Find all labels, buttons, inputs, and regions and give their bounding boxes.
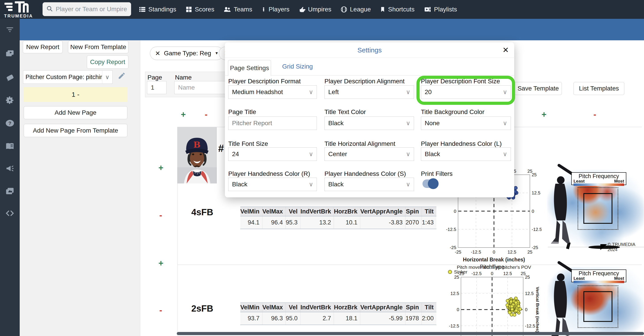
megaphone-icon[interactable] <box>0 162 20 175</box>
svg-text:12.5: 12.5 <box>503 271 512 276</box>
filter-chip-game-type[interactable]: ✕ Game Type: Reg ▼ <box>150 47 224 60</box>
svg-text:?: ? <box>8 121 11 126</box>
remove-row-button[interactable]: - <box>159 211 162 219</box>
remove-filter-icon[interactable]: ✕ <box>155 50 160 57</box>
new-from-template-button[interactable]: New From Template <box>68 41 128 53</box>
page-number-input[interactable] <box>147 81 166 94</box>
player-description-alignment-select[interactable]: Left∨ <box>324 85 414 99</box>
nav-item-playlists[interactable]: Playlists <box>424 6 457 13</box>
player-description-format-select[interactable]: Medium Headshot∨ <box>228 85 317 99</box>
stat-value: 13.2 <box>300 216 334 229</box>
field-value: Black <box>421 151 500 158</box>
page-label: Page <box>148 74 162 81</box>
legend-gradient-bar <box>574 281 624 283</box>
player-handedness-color-r-select[interactable]: Black∨ <box>228 178 317 191</box>
nav-item-teams[interactable]: Teams <box>223 6 252 13</box>
svg-text:Sinker: Sinker <box>454 269 468 274</box>
pitch-stats-table-4sFB: VelMinVelMaxVelIndVertBrkHorzBrkVertAppr… <box>240 206 436 229</box>
field-label: Player Description Format <box>228 78 317 85</box>
nav-item-players[interactable]: Players <box>261 6 289 13</box>
remove-row-button[interactable]: - <box>159 306 162 314</box>
logo-wordmark: TRUMEDIA <box>4 14 33 19</box>
page-title-input[interactable]: Pitcher Report <box>228 117 317 130</box>
horizontal-scrollbar-thumb[interactable] <box>177 332 644 335</box>
report-selector-dropdown[interactable]: Pitcher Custom Page: pitching -... ∨ <box>23 70 112 84</box>
add-new-page-from-template-button[interactable]: Add New Page From Template <box>24 124 127 137</box>
report-selector-value: Pitcher Custom Page: pitching -... <box>23 74 102 81</box>
field-label: Player Handedness Color (R) <box>228 170 317 177</box>
stat-value: 2070 <box>406 216 422 229</box>
stat-value: 96.4 <box>262 216 286 229</box>
stat-value: -5.99 <box>360 312 406 325</box>
nav-item-label: Standings <box>148 6 176 13</box>
title-text-color-select[interactable]: Black∨ <box>324 117 414 130</box>
copy-report-button[interactable]: Copy Report <box>87 55 128 69</box>
add-new-page-button[interactable]: Add New Page <box>24 106 127 119</box>
strike-zone <box>583 193 612 224</box>
nav-item-league[interactable]: League <box>340 6 371 13</box>
pitch-movement-plot: -25-25-25-12.5-12.5-12.500012.512.512.52… <box>444 264 540 336</box>
player-description-font-size-select[interactable]: 20∨ <box>421 85 511 99</box>
add-row-button[interactable]: + <box>158 259 163 267</box>
add-column-button[interactable]: + <box>542 110 546 119</box>
legend-most: Most <box>614 179 624 183</box>
player-handedness-color-s-select[interactable]: Black∨ <box>324 178 414 191</box>
video-playlist-icon[interactable] <box>0 47 20 60</box>
chevron-down-icon: ∨ <box>402 178 414 191</box>
book-icon[interactable] <box>0 140 20 152</box>
col-header: Spin <box>406 207 422 216</box>
remove-column-button[interactable]: - <box>205 110 208 119</box>
field-value: Black <box>228 181 306 188</box>
trumedia-logo-icon[interactable]: TRUMEDIA <box>4 1 40 18</box>
nav-item-standings[interactable]: Standings <box>139 6 176 13</box>
title-horizontal-alignment-select[interactable]: Center∨ <box>324 147 414 161</box>
field-label: Print Filters <box>421 170 511 177</box>
pitch-type-label: 4sFB <box>191 207 213 217</box>
title-background-color-select[interactable]: None∨ <box>421 117 511 130</box>
close-icon[interactable]: ✕ <box>502 46 509 55</box>
nav-item-shortcuts[interactable]: Shortcuts <box>380 6 414 13</box>
code-icon[interactable] <box>0 207 20 219</box>
col-header: VertApprAngle <box>360 303 406 312</box>
remove-column-button[interactable]: - <box>594 110 596 119</box>
stat-value: 10.1 <box>334 216 360 229</box>
notes-tag-icon[interactable] <box>0 71 20 84</box>
svg-text:25: 25 <box>528 169 532 174</box>
save-template-button[interactable]: Save Template <box>514 82 562 95</box>
tab-grid-sizing[interactable]: Grid Sizing <box>282 63 313 70</box>
player-handedness-color-l-select[interactable]: Black∨ <box>421 147 511 161</box>
pitch-frequency-legend: Pitch Frequency Least Most <box>571 172 626 185</box>
bookmark-icon <box>380 6 386 13</box>
nav-item-scores[interactable]: Scores <box>185 6 214 13</box>
search-input[interactable] <box>56 6 127 13</box>
list-templates-button[interactable]: List Templates <box>574 82 624 95</box>
legend-title: Pitch Frequency <box>574 173 624 179</box>
svg-text:-25: -25 <box>455 249 462 254</box>
help-icon[interactable]: ? <box>0 117 20 130</box>
filter-icon[interactable] <box>0 23 20 36</box>
col-header: VelMax <box>262 303 286 312</box>
chevron-down-icon: ∨ <box>102 71 112 84</box>
chevron-down-icon: ∨ <box>500 148 511 161</box>
nav-item-umpires[interactable]: Umpires <box>298 6 332 13</box>
pitch-type-label: 2sFB <box>191 303 213 313</box>
add-column-button[interactable]: + <box>181 110 186 119</box>
field-label: Player Handedness Color (S) <box>324 170 414 177</box>
page-selector-badge[interactable]: 1 - <box>24 87 127 102</box>
field-value: Left <box>325 89 402 96</box>
blue-header-band <box>20 19 644 40</box>
navbar-items: StandingsScoresTeamsPlayersUmpiresLeague… <box>139 0 457 19</box>
add-row-button[interactable]: + <box>158 164 163 172</box>
image-stack-icon[interactable] <box>0 185 20 197</box>
nav-item-label: Umpires <box>308 6 332 13</box>
field-player-handedness-color-s: Player Handedness Color (S)Black∨ <box>324 170 414 177</box>
title-font-size-select[interactable]: 24∨ <box>228 147 317 161</box>
new-report-button[interactable]: New Report <box>23 41 63 53</box>
svg-text:0: 0 <box>493 249 495 254</box>
edit-report-pencil-icon[interactable] <box>118 72 126 81</box>
global-search[interactable] <box>42 2 131 16</box>
tab-page-settings[interactable]: Page Settings <box>228 60 271 76</box>
modal-title: Settings <box>225 46 514 54</box>
print-filters-toggle[interactable] <box>422 179 437 188</box>
gear-icon[interactable] <box>0 94 20 107</box>
